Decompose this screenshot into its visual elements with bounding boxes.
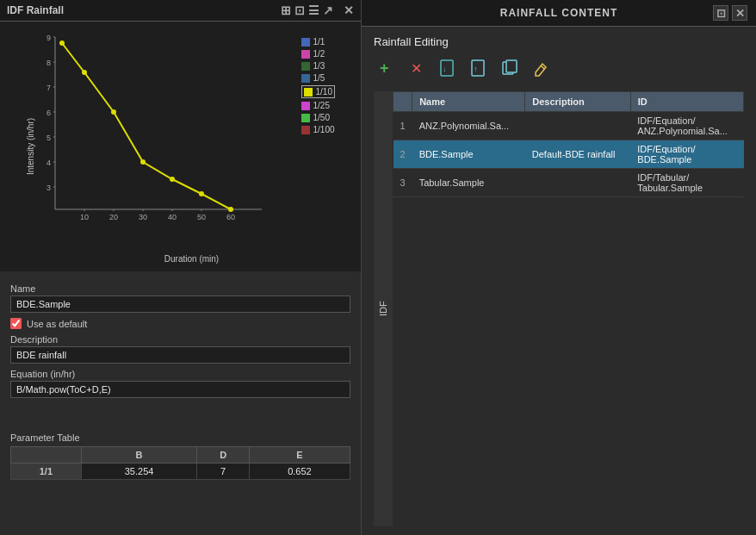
svg-text:7: 7 (46, 84, 51, 92)
icon-toolbar-1[interactable]: ⊞ (281, 3, 291, 17)
toolbar: + ✕ ↓ ↑ (374, 57, 744, 79)
icon-toolbar-4[interactable]: ↗ (323, 3, 333, 17)
close-left-icon[interactable]: ✕ (344, 3, 354, 17)
idf-label-container: IDF Name Description ID 1 A (374, 91, 744, 526)
param-cell-B[interactable]: 35.254 (81, 463, 197, 480)
svg-point-29 (82, 70, 87, 75)
row-id-1: IDF/Equation/ANZ.Polynomial.Sa... (630, 112, 743, 140)
legend-1-1: 1/1 (301, 37, 335, 47)
svg-text:6: 6 (46, 109, 51, 117)
svg-text:✕: ✕ (411, 61, 422, 76)
chart-svg: 9 8 7 6 5 4 3 10 20 30 (29, 28, 270, 235)
restore-button[interactable]: ⊡ (713, 5, 728, 21)
left-panel-header: IDF Rainfall ⊞ ⊡ ☰ ↗ ✕ (0, 0, 361, 22)
col-header-description: Description (525, 92, 631, 112)
row-name-3: Tabular.Sample (412, 169, 525, 197)
param-header-empty (11, 447, 82, 463)
content-table-wrapper: Name Description ID 1 ANZ.Polynomial.Sa.… (393, 91, 744, 526)
row-desc-3 (525, 169, 631, 197)
svg-point-30 (111, 109, 116, 115)
copy-icon (501, 59, 520, 78)
header-icons: ⊞ ⊡ ☰ ↗ ✕ (281, 3, 354, 17)
right-panel: RAINFALL CONTENT ⊡ ✕ Rainfall Editing + … (362, 0, 756, 535)
delete-icon: ✕ (409, 59, 426, 77)
legend-swatch-1-2 (301, 50, 310, 59)
legend-swatch-1-5 (301, 74, 310, 83)
right-content: Rainfall Editing + ✕ ↓ ↑ (362, 27, 756, 535)
param-cell-D[interactable]: 7 (197, 463, 250, 480)
legend-swatch-1-50 (301, 114, 310, 122)
export-button[interactable]: ↑ (467, 57, 493, 79)
left-panel: IDF Rainfall ⊞ ⊡ ☰ ↗ ✕ Intensity (in/hr)… (0, 0, 362, 535)
row-desc-1 (525, 112, 631, 140)
name-input[interactable] (10, 295, 350, 313)
add-button[interactable]: + (374, 57, 400, 79)
col-header-num (393, 92, 412, 112)
svg-text:↑: ↑ (474, 65, 478, 73)
svg-text:30: 30 (139, 213, 147, 221)
table-row[interactable]: 1 ANZ.Polynomial.Sa... IDF/Equation/ANZ.… (393, 112, 744, 140)
legend-1-25: 1/25 (301, 101, 335, 110)
legend-1-3: 1/3 (301, 61, 335, 71)
param-cell-E[interactable]: 0.652 (249, 463, 350, 480)
name-label: Name (10, 283, 350, 294)
copy-button[interactable] (498, 57, 524, 79)
param-row-label: 1/1 (11, 463, 82, 480)
legend-swatch-1-10 (304, 88, 313, 96)
row-name-2: BDE.Sample (412, 140, 525, 169)
svg-text:3: 3 (46, 184, 51, 192)
table-row[interactable]: 2 BDE.Sample Default-BDE rainfall IDF/Eq… (393, 140, 744, 169)
chart-svg-container: 9 8 7 6 5 4 3 10 20 30 (29, 28, 345, 252)
param-header-E: E (249, 447, 350, 463)
import-button[interactable]: ↓ (436, 57, 462, 79)
icon-toolbar-2[interactable]: ⊡ (294, 3, 305, 17)
col-header-id: ID (630, 92, 743, 112)
idf-vertical-label: IDF (374, 91, 393, 526)
equation-input[interactable] (10, 381, 350, 398)
svg-point-28 (59, 40, 65, 46)
icon-toolbar-3[interactable]: ☰ (308, 3, 319, 17)
row-id-2: IDF/Equation/BDE.Sample (630, 140, 743, 169)
use-default-row: Use as default (10, 318, 350, 329)
svg-text:4: 4 (46, 159, 51, 167)
svg-text:8: 8 (46, 59, 51, 67)
legend-1-10: 1/10 (301, 85, 335, 98)
svg-text:40: 40 (168, 213, 177, 221)
edit-button[interactable] (529, 57, 555, 79)
chart-legend: 1/1 1/2 1/3 1/5 1/10 (301, 37, 335, 134)
svg-text:20: 20 (109, 213, 118, 221)
use-default-checkbox[interactable] (10, 318, 22, 329)
table-header-row: Name Description ID (393, 92, 744, 112)
svg-text:9: 9 (46, 34, 51, 42)
row-num-1: 1 (393, 112, 412, 140)
close-right-button[interactable]: ✕ (732, 5, 747, 21)
legend-swatch-1-1 (301, 38, 310, 47)
svg-point-33 (199, 191, 204, 196)
row-desc-2: Default-BDE rainfall (525, 140, 631, 169)
content-table: Name Description ID 1 ANZ.Polynomial.Sa.… (393, 91, 744, 197)
svg-text:+: + (380, 59, 389, 77)
use-default-label: Use as default (27, 319, 87, 329)
svg-point-31 (140, 159, 146, 165)
import-icon: ↓ (439, 59, 458, 78)
right-panel-header: RAINFALL CONTENT ⊡ ✕ (362, 0, 756, 27)
table-row[interactable]: 3 Tabular.Sample IDF/Tabular/Tabular.Sam… (393, 169, 744, 197)
delete-button[interactable]: ✕ (405, 57, 431, 79)
legend-swatch-1-3 (301, 62, 310, 71)
description-input[interactable] (10, 346, 350, 364)
param-header-B: B (81, 447, 197, 463)
svg-point-32 (170, 177, 175, 182)
legend-1-2: 1/2 (301, 49, 335, 59)
svg-text:10: 10 (80, 213, 89, 221)
legend-swatch-1-100 (301, 126, 310, 134)
svg-text:60: 60 (226, 213, 235, 221)
row-name-1: ANZ.Polynomial.Sa... (412, 112, 525, 140)
param-table: B D E 1/1 35.254 7 0.652 (10, 446, 350, 480)
legend-1-100: 1/100 (301, 125, 335, 134)
equation-label: Equation (in/hr) (10, 369, 350, 379)
svg-line-43 (541, 65, 544, 69)
svg-text:↓: ↓ (443, 65, 447, 73)
window-buttons: ⊡ ✕ (713, 5, 747, 21)
param-row-1: 1/1 35.254 7 0.652 (11, 463, 350, 480)
row-num-2: 2 (393, 140, 412, 169)
